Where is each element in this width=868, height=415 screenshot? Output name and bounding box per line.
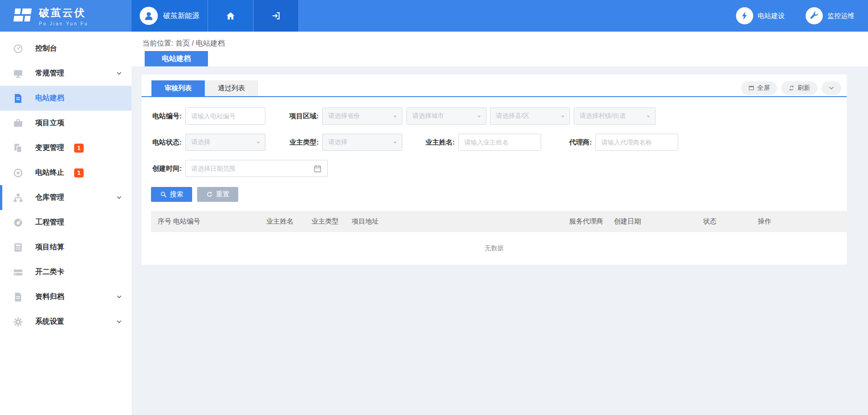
card-icon — [13, 267, 24, 278]
filter-label: 业主姓名: — [424, 138, 458, 147]
text-input[interactable] — [595, 134, 678, 151]
nav-label: 电站建设 — [758, 12, 785, 20]
sidebar-item-briefcase-icon[interactable]: 项目立项 — [0, 111, 132, 135]
filter-row: 电站编号:项目区域:请选择省份请选择城市请选择县/区请选择村镇/街道 — [151, 107, 847, 125]
wrench-icon — [809, 11, 819, 21]
select-placeholder: 请选择 — [328, 138, 347, 146]
select-input[interactable]: 请选择 — [185, 134, 265, 151]
filter-label: 创建时间: — [151, 164, 185, 173]
sidebar-item-label: 电站终止 — [35, 168, 64, 177]
breadcrumb-bar: 当前位置: 首页 / 电站建档 电站建档 — [132, 32, 868, 66]
select-input[interactable]: 请选择村镇/街道 — [574, 107, 656, 125]
breadcrumb: 当前位置: 首页 / 电站建档 — [142, 39, 225, 48]
caret-down-icon — [392, 140, 398, 145]
briefcase-icon — [13, 118, 24, 129]
panel-actions: 全屏 刷新 — [741, 81, 841, 95]
table-column-header: 服务代理商 — [569, 217, 614, 226]
sidebar: 控制台常规管理电站建档项目立项变更管理1电站终止1仓库管理工程管理项目结算开二类… — [0, 32, 132, 415]
sidebar-item-label: 开二类卡 — [35, 267, 64, 277]
chevron-down-icon — [116, 195, 122, 201]
caret-down-icon — [560, 114, 566, 119]
gauge-icon — [13, 217, 24, 228]
page-tab[interactable]: 电站建档 — [145, 51, 208, 66]
sidebar-item-label: 控制台 — [35, 44, 57, 53]
filter-buttons: 搜索 重置 — [142, 187, 847, 202]
sidebar-item-label: 常规管理 — [35, 69, 64, 78]
date-range-text[interactable] — [186, 160, 327, 177]
sidebar-item-target-icon[interactable]: 电站终止1 — [0, 160, 132, 185]
sidebar-item-label: 变更管理 — [35, 143, 64, 153]
filter-form: 电站编号:项目区域:请选择省份请选择城市请选择县/区请选择村镇/街道电站状态:请… — [142, 97, 847, 177]
tab-passed-list[interactable]: 通过列表 — [205, 80, 258, 96]
sidebar-item-gear-icon[interactable]: 系统设置 — [0, 309, 132, 334]
company-name: 破茧新能源 — [163, 11, 199, 21]
main-content: 当前位置: 首页 / 电站建档 电站建档 审核列表 通过列表 全屏 刷新 电站编… — [132, 32, 868, 415]
filter-label: 代理商: — [561, 138, 595, 147]
select-input[interactable]: 请选择县/区 — [490, 107, 570, 125]
brand-subtitle: Po Jian Yun Fu — [39, 21, 89, 26]
chevron-down-icon — [116, 319, 122, 325]
sidebar-item-archive-icon[interactable]: 资料归档 — [0, 284, 132, 309]
sidebar-item-card-icon[interactable]: 开二类卡 — [0, 260, 132, 284]
home-button[interactable] — [208, 0, 254, 32]
caret-down-icon — [255, 140, 261, 145]
sidebar-item-copy-icon[interactable]: 变更管理1 — [0, 135, 132, 160]
table-column-header: 项目地址 — [352, 217, 569, 226]
table-column-header: 业主姓名 — [266, 217, 311, 226]
caret-down-icon — [646, 114, 651, 119]
select-input[interactable]: 请选择 — [322, 134, 402, 151]
refresh-icon — [788, 85, 795, 91]
target-icon — [13, 168, 24, 178]
reset-icon — [206, 191, 213, 198]
select-input[interactable]: 请选择省份 — [322, 107, 402, 125]
select-placeholder: 请选择县/区 — [496, 112, 529, 120]
sidebar-item-label: 仓库管理 — [35, 193, 64, 202]
calculator-icon — [13, 242, 24, 253]
sidebar-item-document-icon[interactable]: 电站建档 — [0, 86, 132, 111]
reset-label: 重置 — [216, 190, 230, 199]
dashboard-icon — [13, 43, 24, 54]
refresh-button[interactable]: 刷新 — [781, 81, 817, 95]
document-icon — [13, 93, 24, 104]
table-column-header: 业主类型 — [311, 217, 352, 226]
sidebar-item-label: 项目结算 — [35, 242, 64, 252]
select-input[interactable]: 请选择城市 — [406, 107, 486, 125]
text-input[interactable] — [458, 134, 541, 151]
brand-text: 破茧云伏 Po Jian Yun Fu — [39, 6, 89, 26]
nav-station-build[interactable]: 电站建设 — [736, 7, 785, 24]
sidebar-item-monitor-icon[interactable]: 常规管理 — [0, 61, 132, 86]
sidebar-menu: 控制台常规管理电站建档项目立项变更管理1电站终止1仓库管理工程管理项目结算开二类… — [0, 36, 132, 334]
search-button[interactable]: 搜索 — [151, 187, 192, 202]
table-column-header: 状态 — [703, 217, 758, 226]
collapse-button[interactable] — [821, 81, 841, 95]
fullscreen-label: 全屏 — [757, 84, 770, 92]
sidebar-item-sitemap-icon[interactable]: 仓库管理 — [0, 185, 132, 210]
user-menu[interactable]: 破茧新能源 — [132, 0, 208, 32]
content-panel: 审核列表 通过列表 全屏 刷新 电站编号:项目区域:请选择省份请选择城市请选择县… — [142, 75, 847, 265]
sidebar-item-label: 资料归档 — [35, 292, 64, 302]
monitor-icon — [13, 68, 24, 79]
sidebar-item-gauge-icon[interactable]: 工程管理 — [0, 210, 132, 235]
table-column-header: 操作 — [758, 217, 847, 226]
breadcrumb-prefix: 当前位置: — [142, 39, 175, 47]
sidebar-item-calculator-icon[interactable]: 项目结算 — [0, 235, 132, 260]
fullscreen-button[interactable]: 全屏 — [741, 81, 777, 95]
sitemap-icon — [13, 192, 24, 203]
text-input[interactable] — [185, 107, 265, 125]
chevron-down-icon — [116, 70, 122, 76]
table-column-header: 创建日期 — [614, 217, 703, 226]
date-range-input[interactable] — [185, 160, 328, 177]
person-icon — [143, 10, 155, 22]
sidebar-item-dashboard-icon[interactable]: 控制台 — [0, 36, 132, 61]
tab-review-list[interactable]: 审核列表 — [151, 80, 205, 96]
active-indicator-bar — [0, 185, 2, 210]
chevron-down-icon — [828, 85, 835, 91]
sidebar-item-label: 系统设置 — [35, 317, 64, 326]
notification-badge: 1 — [74, 144, 84, 153]
reset-button[interactable]: 重置 — [197, 187, 238, 202]
filter-row: 电站状态:请选择业主类型:请选择业主姓名:代理商: — [151, 134, 847, 151]
search-label: 搜索 — [170, 190, 184, 199]
logout-button[interactable] — [254, 0, 299, 32]
empty-state: 无数据 — [142, 232, 847, 265]
nav-monitor-ops[interactable]: 监控运维 — [806, 7, 854, 24]
